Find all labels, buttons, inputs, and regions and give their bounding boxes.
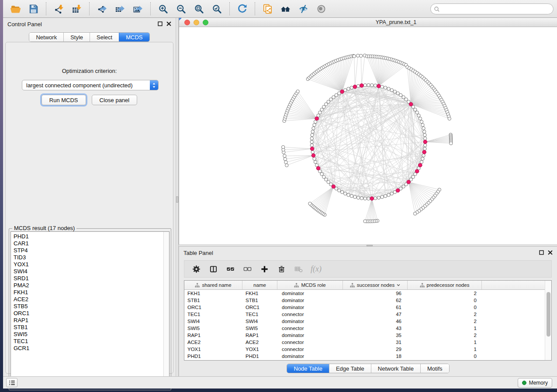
refresh-button[interactable] (233, 2, 251, 15)
node-table[interactable]: shared namenameMCDS rolesuccessor nodesp… (184, 280, 552, 361)
memory-button[interactable]: Memory (518, 378, 552, 388)
table-row[interactable]: ORC1ORC1dominator610 (184, 304, 545, 311)
mcds-node-item[interactable]: FKH1 (14, 289, 163, 296)
search-icon (434, 6, 440, 12)
add-column-button[interactable] (258, 262, 271, 275)
birdseye-view-button[interactable] (312, 2, 330, 15)
function-builder-button[interactable]: f(x) (309, 265, 322, 274)
zoom-selected-button[interactable] (208, 2, 226, 15)
cell-successor-nodes: 18 (343, 353, 408, 360)
mcds-node-item[interactable]: TEC1 (14, 338, 163, 345)
mcds-node-item[interactable]: SWI4 (14, 268, 163, 275)
mcds-result-list[interactable]: PHD1CAR1STP4TID3YOX1SWI4SRD1PMA2FKH1ACE2… (11, 232, 163, 388)
cell-MCDS-role: dominator (277, 290, 343, 297)
mcds-node-item[interactable]: SRD1 (14, 275, 163, 282)
table-row[interactable]: YOX1YOX1connector291 (184, 346, 545, 353)
mcds-node-item[interactable]: STP4 (14, 247, 163, 254)
delete-table-button[interactable] (292, 262, 305, 275)
optimization-criterion-select[interactable]: largest connected component (undirected) (22, 80, 159, 90)
mcds-node-item[interactable]: CAR1 (14, 240, 163, 247)
column-header-predecessor-nodes[interactable]: predecessor nodes (408, 281, 482, 289)
cell-name: ORC1 (242, 304, 277, 311)
open-file-button[interactable] (7, 2, 24, 15)
column-label: predecessor nodes (427, 282, 470, 288)
scrollbar-thumb[interactable] (547, 292, 550, 337)
table-row[interactable]: STB1STB1dominator620 (184, 297, 545, 304)
zoom-in-button[interactable] (154, 2, 172, 15)
search-box[interactable] (430, 3, 554, 14)
export-network-button[interactable] (93, 2, 111, 15)
tab-edge-table[interactable]: Edge Table (329, 364, 371, 373)
mcds-node-item[interactable]: ACE2 (14, 296, 163, 303)
cell-name: YOX1 (242, 346, 277, 353)
table-row[interactable]: SWI5SWI5connector431 (184, 325, 545, 332)
mcds-node-item[interactable]: PHD1 (14, 233, 163, 240)
tab-style[interactable]: Style (63, 33, 90, 41)
mcds-node-item[interactable]: GCR1 (14, 345, 163, 352)
table-scrollbar[interactable] (545, 281, 551, 360)
tab-mcds[interactable]: MCDS (119, 33, 149, 41)
mcds-node-item[interactable]: SWI5 (14, 331, 163, 338)
column-header-MCDS-role[interactable]: MCDS role (277, 281, 343, 289)
network-canvas[interactable] (179, 27, 557, 244)
import-network-button[interactable] (50, 2, 68, 15)
column-header-shared-name[interactable]: shared name (184, 281, 242, 289)
network-graph[interactable] (179, 27, 557, 244)
tab-motifs[interactable]: Motifs (420, 364, 449, 373)
splitter-grip[interactable] (176, 196, 178, 203)
vertical-splitter[interactable] (176, 18, 179, 376)
table-row[interactable]: RAP1RAP1dominator352 (184, 332, 545, 339)
deselect-all-icon (243, 265, 252, 273)
deselect-all-button[interactable] (241, 262, 254, 275)
mcds-node-item[interactable]: YOX1 (14, 261, 163, 268)
cell-MCDS-role: connector (277, 346, 343, 353)
hide-graphics-details-button[interactable] (294, 2, 312, 15)
tab-network[interactable]: Network (29, 33, 63, 41)
column-header-name[interactable]: name (242, 281, 277, 289)
settings-gear-button[interactable] (190, 262, 203, 275)
show-columns-button[interactable] (207, 262, 220, 275)
tab-select[interactable]: Select (90, 33, 119, 41)
float-panel-icon[interactable] (539, 250, 544, 255)
table-row[interactable]: ACE2ACE2connector311 (184, 339, 545, 346)
maximize-window-icon[interactable] (203, 20, 208, 25)
table-row[interactable]: PHD1PHD1dominator180 (184, 353, 545, 360)
zoom-fit-button[interactable] (190, 2, 208, 15)
close-panel-button[interactable]: Close panel (92, 95, 138, 105)
column-header-successor-nodes[interactable]: successor nodes (343, 281, 408, 289)
network-window-titlebar[interactable]: YPA_prune.txt_1 (179, 18, 557, 27)
search-input[interactable] (440, 6, 553, 12)
zoom-out-button[interactable] (172, 2, 190, 15)
close-panel-icon[interactable] (166, 21, 171, 26)
export-image-button[interactable] (129, 2, 147, 15)
mcds-list-scrollbar[interactable] (163, 232, 169, 388)
table-row[interactable]: SWI4SWI4dominator462 (184, 318, 545, 325)
run-mcds-button[interactable]: Run MCDS (42, 95, 86, 105)
minimize-window-icon[interactable] (194, 20, 199, 25)
status-menu-button[interactable] (6, 378, 17, 387)
tab-node-table[interactable]: Node Table (287, 364, 329, 373)
mcds-node-item[interactable]: PMA2 (14, 282, 163, 289)
close-window-icon[interactable] (184, 20, 190, 25)
close-panel-icon[interactable] (548, 250, 553, 255)
save-session-button[interactable] (24, 2, 42, 15)
delete-table-icon (294, 265, 303, 273)
zoom-selected-icon (212, 4, 222, 14)
float-panel-icon[interactable] (158, 21, 163, 26)
mcds-node-item[interactable]: STB1 (14, 324, 163, 331)
import-table-button[interactable] (68, 2, 86, 15)
export-table-button[interactable] (111, 2, 129, 15)
mcds-node-item[interactable]: STB5 (14, 303, 163, 310)
tab-network-table[interactable]: Network Table (371, 364, 420, 373)
table-row[interactable]: TEC1TEC1connector472 (184, 311, 545, 318)
table-row[interactable]: FKH1FKH1dominator962 (184, 290, 545, 297)
select-all-button[interactable] (224, 262, 237, 275)
mcds-node-item[interactable]: ORC1 (14, 310, 163, 317)
show-hide-panels-button[interactable] (277, 2, 294, 15)
clone-network-button[interactable] (259, 2, 277, 15)
mcds-node-item[interactable]: RAP1 (14, 317, 163, 324)
table-header-row: shared namenameMCDS rolesuccessor nodesp… (184, 281, 545, 290)
splitter-grip[interactable] (367, 245, 373, 246)
delete-rows-button[interactable] (275, 262, 288, 275)
mcds-node-item[interactable]: TID3 (14, 254, 163, 261)
